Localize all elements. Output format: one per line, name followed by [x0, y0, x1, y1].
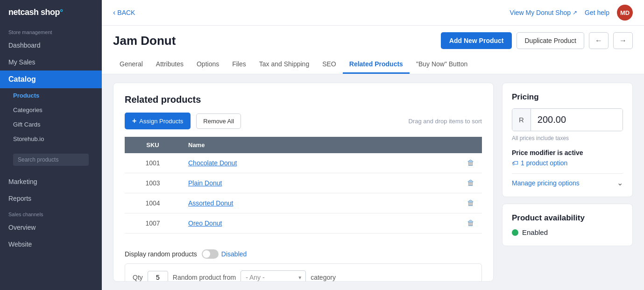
- delete-cell: 🗑: [403, 173, 482, 193]
- tab-attributes[interactable]: Attributes: [149, 56, 190, 74]
- tab-related-products[interactable]: Related Products: [343, 56, 410, 74]
- name-cell: Oreo Donut: [181, 213, 403, 233]
- assign-label: Assign Products: [139, 118, 183, 125]
- page-header-top: Jam Donut Add New Product Duplicate Prod…: [113, 32, 633, 49]
- table-row: 1004 Assorted Donut 🗑: [125, 193, 482, 213]
- add-new-product-button[interactable]: Add New Product: [441, 32, 512, 49]
- chevron-down-icon: ⌄: [617, 178, 623, 187]
- search-input[interactable]: [13, 154, 89, 166]
- remove-all-button[interactable]: Remove All: [196, 113, 241, 129]
- qty-input[interactable]: [148, 271, 168, 282]
- logo-symbol: °: [60, 7, 63, 17]
- availability-status: Enabled: [512, 228, 623, 236]
- related-products-title: Related products: [125, 94, 482, 105]
- drag-hint: Drag and drop items to sort: [408, 118, 482, 125]
- sidebar-item-catalog[interactable]: Catalog: [0, 71, 102, 88]
- sidebar-logo: netcash shop°: [0, 0, 102, 25]
- table-body: 1001 Chocolate Donut 🗑 1003 Plain Donut …: [125, 153, 482, 233]
- related-products-table: SKU Name 1001 Chocolate Donut 🗑 1003 Pla…: [125, 137, 482, 233]
- product-option-link[interactable]: 🏷 1 product option: [512, 159, 623, 167]
- tab-general[interactable]: General: [113, 56, 149, 74]
- product-link[interactable]: Chocolate Donut: [188, 159, 237, 167]
- sidebar-sub-item-gift-cards[interactable]: Gift Cards: [0, 117, 102, 132]
- table-row: 1007 Oreo Donut 🗑: [125, 213, 482, 233]
- product-option-label: 1 product option: [521, 159, 567, 167]
- qty-label: Qty: [133, 274, 143, 281]
- price-input[interactable]: [531, 109, 623, 131]
- delete-icon[interactable]: 🗑: [467, 159, 474, 167]
- price-input-row: R: [512, 108, 623, 131]
- right-panel: Pricing R All prices include taxes Price…: [502, 83, 633, 282]
- back-button[interactable]: ‹ BACK: [113, 8, 135, 17]
- pricing-title: Pricing: [512, 92, 623, 102]
- toggle-state-label: Disabled: [221, 250, 247, 258]
- name-cell: Assorted Donut: [181, 193, 403, 213]
- display-random-label: Display random products: [125, 250, 197, 258]
- sidebar-item-marketing[interactable]: Marketing: [0, 173, 102, 190]
- status-enabled-dot: [512, 229, 518, 236]
- tab-tax-shipping[interactable]: Tax and Shipping: [253, 56, 316, 74]
- col-name: Name: [181, 137, 403, 153]
- back-chevron-icon: ‹: [113, 8, 115, 17]
- toggle-track: [202, 249, 219, 259]
- sidebar-sub-item-categories[interactable]: Categories: [0, 103, 102, 117]
- duplicate-product-button[interactable]: Duplicate Product: [517, 32, 584, 49]
- delete-icon[interactable]: 🗑: [467, 199, 474, 207]
- sku-cell: 1007: [125, 213, 181, 233]
- price-modifier-label: Price modifier is active: [512, 149, 623, 156]
- table-header: SKU Name: [125, 137, 482, 153]
- sidebar-item-website[interactable]: Website: [0, 236, 102, 253]
- delete-cell: 🗑: [403, 213, 482, 233]
- delete-icon[interactable]: 🗑: [467, 179, 474, 187]
- sidebar-item-reports[interactable]: Reports: [0, 190, 102, 207]
- prev-product-button[interactable]: ←: [589, 32, 609, 49]
- sidebar-item-dashboard[interactable]: Dashboard: [0, 37, 102, 54]
- display-random-toggle[interactable]: Disabled: [202, 249, 247, 259]
- view-shop-link[interactable]: View My Donut Shop ↗: [510, 9, 577, 16]
- col-actions: [403, 137, 482, 153]
- col-sku: SKU: [125, 137, 181, 153]
- get-help-link[interactable]: Get help: [585, 9, 609, 16]
- external-link-icon: ↗: [573, 9, 577, 16]
- product-link[interactable]: Plain Donut: [188, 179, 222, 187]
- delete-icon[interactable]: 🗑: [467, 219, 474, 227]
- tab-options[interactable]: Options: [190, 56, 226, 74]
- name-cell: Plain Donut: [181, 173, 403, 193]
- page-header: Jam Donut Add New Product Duplicate Prod…: [102, 26, 644, 74]
- back-label: BACK: [117, 9, 135, 16]
- sku-cell: 1001: [125, 153, 181, 173]
- category-suffix-label: category: [311, 274, 336, 281]
- plus-icon: +: [132, 117, 136, 125]
- random-config-row: Qty Random product from - Any - category: [125, 263, 482, 282]
- store-management-label: Store management: [0, 25, 102, 37]
- category-select-wrapper: - Any -: [241, 270, 306, 282]
- panel-actions: + Assign Products Remove All Drag and dr…: [125, 113, 482, 129]
- sidebar-catalog-sub: Products Categories Gift Cards Storehub.…: [0, 88, 102, 146]
- tab-files[interactable]: Files: [226, 56, 253, 74]
- tab-seo[interactable]: SEO: [316, 56, 343, 74]
- tag-icon: 🏷: [512, 159, 518, 167]
- sku-cell: 1004: [125, 193, 181, 213]
- pricing-card: Pricing R All prices include taxes Price…: [502, 83, 633, 197]
- tab-buy-now[interactable]: "Buy Now" Button: [410, 56, 474, 74]
- category-select[interactable]: - Any -: [241, 270, 306, 282]
- table-row: 1001 Chocolate Donut 🗑: [125, 153, 482, 173]
- next-product-button[interactable]: →: [613, 32, 633, 49]
- toggle-thumb: [203, 250, 210, 258]
- left-panel: Related products + Assign Products Remov…: [113, 83, 494, 282]
- tabs-nav: General Attributes Options Files Tax and…: [113, 56, 633, 74]
- sidebar-item-overview[interactable]: Overview: [0, 219, 102, 236]
- assign-products-button[interactable]: + Assign Products: [125, 113, 191, 129]
- topbar-right: View My Donut Shop ↗ Get help MD: [510, 5, 633, 21]
- sidebar-sub-item-storehub[interactable]: Storehub.io: [0, 132, 102, 146]
- status-enabled-label: Enabled: [522, 228, 548, 236]
- random-from-label: Random product from: [173, 274, 236, 281]
- sidebar: netcash shop° Store management Dashboard…: [0, 0, 102, 290]
- avatar: MD: [617, 5, 633, 21]
- product-link[interactable]: Oreo Donut: [188, 219, 222, 227]
- manage-pricing-row[interactable]: Manage pricing options ⌄: [512, 173, 623, 187]
- sidebar-sub-item-products[interactable]: Products: [0, 88, 102, 103]
- sidebar-item-my-sales[interactable]: My Sales: [0, 54, 102, 71]
- product-link[interactable]: Assorted Donut: [188, 199, 234, 207]
- page-title: Jam Donut: [113, 34, 176, 48]
